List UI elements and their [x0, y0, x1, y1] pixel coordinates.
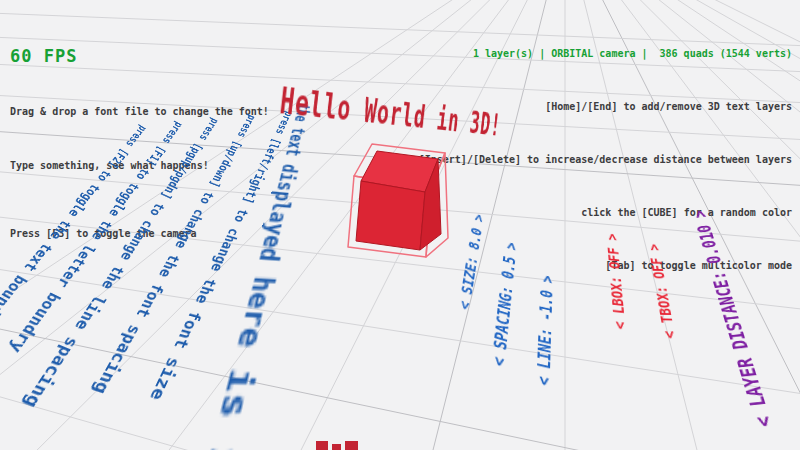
red-cube[interactable] — [356, 151, 441, 250]
menu-line-3d-text: < LINE: -1.0 > — [535, 259, 557, 386]
font-demo-viewport: 60 FPS Drag & drop a font file to change… — [0, 0, 800, 450]
hint-drag-drop: Drag & drop a font file to change the fo… — [10, 104, 269, 120]
hint-layer-distance: [Insert]/[Delete] to increase/decrease d… — [419, 152, 792, 167]
fps-counter: 60 FPS — [10, 46, 269, 66]
cube-left-face[interactable] — [356, 181, 425, 250]
clipped-red-text-fragment — [316, 441, 358, 450]
stats-bar: 1 layer(s) | ORBITAL camera | 386 quads … — [419, 46, 792, 61]
